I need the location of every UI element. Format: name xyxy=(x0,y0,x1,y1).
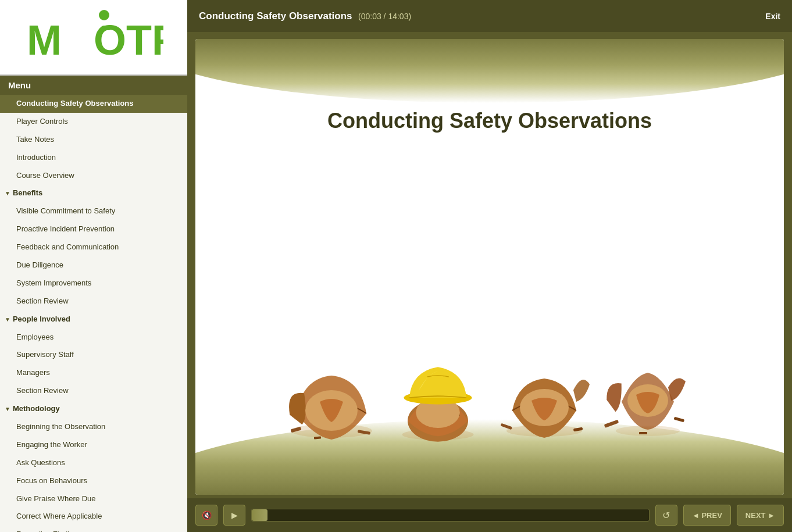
methodology-arrow: ▼ xyxy=(5,405,10,413)
sidebar-item-section-review-1[interactable]: Section Review xyxy=(0,292,187,310)
sidebar-item-player-controls[interactable]: Player Controls xyxy=(0,113,187,131)
sidebar-item-supervisory-staff[interactable]: Supervisory Staff xyxy=(0,346,187,364)
progress-bar-container[interactable] xyxy=(251,509,650,522)
sidebar: M OTF Menu Conducting Safety Observation… xyxy=(0,0,187,532)
sidebar-item-feedback-communication[interactable]: Feedback and Communication xyxy=(0,238,187,256)
time-total: 14:03 xyxy=(388,12,408,21)
sidebar-item-people-involved[interactable]: ▼ People Involved xyxy=(0,310,187,329)
sidebar-item-take-notes[interactable]: Take Notes xyxy=(0,131,187,149)
svg-rect-19 xyxy=(674,417,685,422)
logo: M OTF xyxy=(24,8,163,66)
sidebar-item-engaging-worker[interactable]: Engaging the Worker xyxy=(0,436,187,454)
walnut-hardhat xyxy=(388,349,487,448)
exit-button[interactable]: Exit xyxy=(765,12,780,21)
sidebar-item-proactive-incident[interactable]: Proactive Incident Prevention xyxy=(0,220,187,238)
menu-label: Menu xyxy=(8,80,31,90)
course-time: (00:03 / 14:03) xyxy=(358,12,411,21)
mute-icon: 🔇 xyxy=(202,510,212,520)
reload-button[interactable]: ↺ xyxy=(655,505,677,526)
svg-rect-20 xyxy=(639,432,647,434)
header-title-group: Conducting Safety Observations (00:03 / … xyxy=(199,10,411,22)
menu-list: Conducting Safety Observations Player Co… xyxy=(0,95,187,532)
sidebar-item-employees[interactable]: Employees xyxy=(0,329,187,347)
sidebar-item-conducting-safety[interactable]: Conducting Safety Observations xyxy=(0,95,187,113)
sidebar-item-methodology[interactable]: ▼ Methodology xyxy=(0,400,187,418)
reload-icon: ↺ xyxy=(662,510,670,521)
time-current: 00:03 xyxy=(361,12,381,21)
svg-rect-18 xyxy=(604,420,619,428)
content-area: Conducting Safety Observations (00:03 / … xyxy=(187,0,792,532)
sidebar-item-managers[interactable]: Managers xyxy=(0,364,187,382)
walnut-4 xyxy=(601,355,694,448)
sidebar-item-ask-questions[interactable]: Ask Questions xyxy=(0,454,187,472)
walnut-3 xyxy=(498,355,591,448)
sidebar-item-beginning-observation[interactable]: Beginning the Observation xyxy=(0,418,187,436)
play-icon: ▶ xyxy=(231,510,238,520)
logo-area: M OTF xyxy=(0,0,187,76)
course-title: Conducting Safety Observations xyxy=(199,10,352,22)
sidebar-item-focus-behaviours[interactable]: Focus on Behaviours xyxy=(0,472,187,490)
controls-bar: 🔇 ▶ ↺ ◄ PREV NEXT ► xyxy=(187,498,792,532)
walnut-image-area xyxy=(195,309,784,460)
sidebar-item-introduction[interactable]: Introduction xyxy=(0,149,187,167)
svg-text:M: M xyxy=(27,17,62,63)
wave-top-decoration xyxy=(195,39,784,103)
menu-header: Menu xyxy=(0,76,187,95)
sidebar-item-due-diligence[interactable]: Due Diligence xyxy=(0,256,187,274)
people-arrow: ▼ xyxy=(5,316,10,323)
sidebar-item-give-praise[interactable]: Give Praise Where Due xyxy=(0,490,187,508)
prev-button[interactable]: ◄ PREV xyxy=(683,505,731,526)
sidebar-item-recording-findings[interactable]: Recording Findings xyxy=(0,526,187,532)
benefits-arrow: ▼ xyxy=(5,190,10,197)
next-button[interactable]: NEXT ► xyxy=(737,505,784,526)
mute-button[interactable]: 🔇 xyxy=(195,505,217,526)
sidebar-item-benefits[interactable]: ▼ Benefits xyxy=(0,184,187,202)
sidebar-item-system-improvements[interactable]: System Improvements xyxy=(0,274,187,292)
sidebar-item-course-overview[interactable]: Course Overview xyxy=(0,167,187,185)
play-button[interactable]: ▶ xyxy=(223,505,245,526)
svg-text:OTF: OTF xyxy=(94,17,163,63)
sidebar-item-section-review-2[interactable]: Section Review xyxy=(0,382,187,400)
progress-fill xyxy=(252,509,267,521)
slide-title: Conducting Safety Observations xyxy=(195,109,784,133)
walnut-1 xyxy=(285,355,378,448)
slide-container: Conducting Safety Observations xyxy=(195,39,784,495)
sidebar-item-correct-where[interactable]: Correct Where Applicable xyxy=(0,508,187,526)
slide-area: Conducting Safety Observations xyxy=(187,32,792,498)
svg-rect-14 xyxy=(501,423,513,430)
top-bar: Conducting Safety Observations (00:03 / … xyxy=(187,0,792,32)
sidebar-item-visible-commitment[interactable]: Visible Commitment to Safety xyxy=(0,202,187,220)
